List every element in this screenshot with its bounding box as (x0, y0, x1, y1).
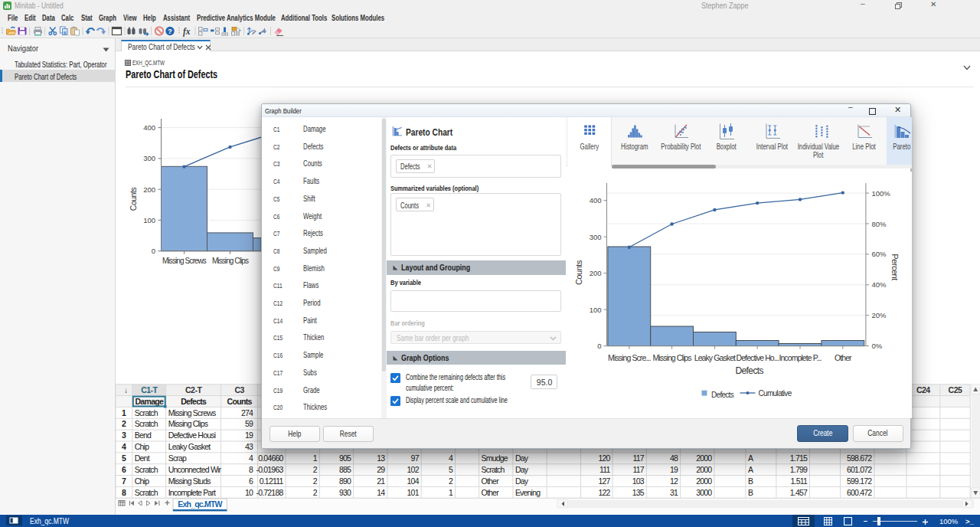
svg-text:400: 400 (143, 123, 155, 132)
svg-text:0: 0 (152, 247, 155, 255)
svg-text:2000: 2000 (696, 453, 712, 463)
svg-text:?: ? (168, 27, 172, 35)
svg-text:Missing Clips: Missing Clips (212, 257, 249, 265)
svg-text:fx: fx (183, 27, 191, 37)
svg-text:Incomplete P...: Incomplete P... (779, 353, 821, 362)
svg-text:0.04660: 0.04660 (258, 453, 283, 463)
svg-text:599.172: 599.172 (847, 476, 872, 486)
svg-text:117: 117 (632, 453, 644, 463)
svg-text:C2-T: C2-T (185, 385, 202, 394)
svg-text:Percent: Percent (890, 254, 900, 280)
svg-text:48: 48 (670, 453, 678, 463)
svg-text:Dent: Dent (135, 453, 150, 463)
svg-text:B: B (748, 488, 753, 497)
svg-text:Exh_qc.MTW: Exh_qc.MTW (178, 499, 222, 509)
svg-text:20%: 20% (871, 311, 887, 319)
svg-text:80%: 80% (871, 220, 887, 228)
svg-text:885: 885 (339, 465, 351, 474)
svg-text:Scratch: Scratch (135, 419, 158, 428)
svg-text:60%: 60% (871, 250, 887, 258)
svg-text:8: 8 (122, 488, 126, 497)
svg-text:200: 200 (589, 269, 601, 277)
svg-text:Smudge: Smudge (482, 453, 508, 463)
svg-text:Day: Day (515, 453, 529, 463)
svg-text:C1-T: C1-T (141, 385, 158, 394)
svg-text:3: 3 (122, 430, 126, 440)
svg-text:Scratch: Scratch (135, 488, 158, 497)
svg-text:5: 5 (122, 453, 126, 463)
svg-text:1.457: 1.457 (790, 488, 808, 497)
svg-text:19: 19 (245, 430, 253, 440)
svg-text:3000: 3000 (696, 488, 712, 497)
svg-text:890: 890 (339, 476, 351, 486)
svg-text:1.799: 1.799 (790, 465, 808, 474)
svg-text:122: 122 (598, 488, 610, 497)
svg-text:97: 97 (411, 453, 420, 463)
svg-text:Missing Scre...: Missing Scre... (608, 353, 650, 362)
svg-text:Missing Clips: Missing Clips (168, 419, 208, 428)
svg-text:1.715: 1.715 (790, 453, 808, 463)
svg-text:Counts: Counts (574, 260, 583, 285)
svg-text:-0.72188: -0.72188 (256, 488, 283, 497)
svg-text:127: 127 (598, 476, 610, 486)
svg-text:905: 905 (339, 453, 351, 463)
svg-text:31: 31 (670, 488, 678, 497)
svg-text:601.072: 601.072 (847, 465, 872, 474)
svg-text:600.472: 600.472 (847, 488, 872, 497)
svg-text:Missing Screws: Missing Screws (162, 257, 207, 265)
svg-text:Leaky Gasket: Leaky Gasket (694, 353, 735, 362)
svg-text:29: 29 (377, 465, 385, 474)
svg-text:598.672: 598.672 (847, 453, 872, 463)
svg-text:Other: Other (482, 476, 500, 486)
svg-text:Defective Housi: Defective Housi (168, 430, 216, 440)
svg-text:100%: 100% (871, 189, 890, 198)
svg-text:59: 59 (245, 419, 253, 428)
svg-text:1: 1 (122, 408, 126, 417)
svg-text:14: 14 (377, 488, 385, 497)
svg-text:Scratch: Scratch (135, 465, 158, 474)
svg-text:0.12111: 0.12111 (260, 476, 284, 486)
svg-text:0%: 0% (871, 342, 882, 350)
svg-text:Scratch: Scratch (482, 465, 505, 474)
svg-text:1.511: 1.511 (791, 476, 808, 486)
svg-text:100: 100 (143, 216, 155, 224)
svg-text:930: 930 (339, 488, 351, 497)
svg-text:12: 12 (670, 476, 678, 486)
svg-text:Missing Studs: Missing Studs (168, 476, 211, 486)
svg-text:Cumulative: Cumulative (758, 389, 792, 398)
svg-text:C25: C25 (949, 385, 962, 394)
svg-text:Unconnected Wir: Unconnected Wir (168, 465, 222, 474)
svg-text:2000: 2000 (696, 476, 712, 486)
svg-text:300: 300 (143, 154, 155, 162)
svg-text:Bend: Bend (135, 430, 152, 440)
svg-text:Leaky Gasket: Leaky Gasket (168, 442, 211, 451)
svg-text:4: 4 (122, 442, 126, 451)
svg-text:A: A (748, 465, 753, 474)
svg-text:Defective Ho...: Defective Ho... (736, 353, 778, 362)
svg-text:Counts: Counts (227, 397, 253, 406)
svg-text:120: 120 (598, 453, 610, 463)
svg-text:6: 6 (122, 465, 126, 474)
svg-text:B: B (748, 476, 753, 486)
svg-text:13: 13 (377, 453, 385, 463)
svg-text:0: 0 (597, 342, 601, 350)
svg-text:Chip: Chip (135, 442, 149, 451)
svg-text:A: A (748, 453, 753, 463)
svg-text:200: 200 (143, 185, 155, 194)
svg-text:Missing Screws: Missing Screws (168, 408, 216, 417)
svg-text:Counts: Counts (129, 188, 138, 211)
svg-text:C3: C3 (234, 385, 244, 394)
svg-text:100: 100 (589, 306, 601, 314)
svg-text:102: 102 (407, 465, 420, 474)
svg-text:Other: Other (482, 488, 500, 497)
svg-text:103: 103 (632, 476, 645, 486)
svg-text:Damage: Damage (135, 397, 164, 406)
svg-text:Evening: Evening (515, 488, 541, 497)
svg-text:Scrap: Scrap (168, 453, 187, 463)
svg-text:Defects: Defects (711, 391, 734, 399)
svg-text:↓: ↓ (124, 386, 128, 394)
svg-text:274: 274 (241, 408, 253, 417)
svg-text:19: 19 (670, 465, 678, 474)
svg-text:10: 10 (245, 488, 253, 497)
svg-text:Missing Clips: Missing Clips (652, 353, 691, 362)
